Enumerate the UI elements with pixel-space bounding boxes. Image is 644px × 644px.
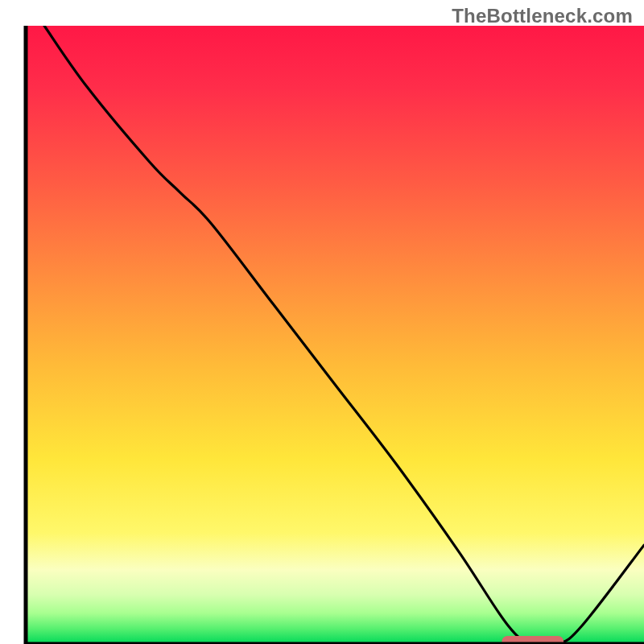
watermark-text: TheBottleneck.com	[452, 5, 633, 27]
chart-container: TheBottleneck.com	[0, 0, 644, 644]
bottleneck-chart	[0, 0, 644, 644]
svg-rect-1	[26, 26, 644, 644]
plot-background	[26, 26, 644, 644]
